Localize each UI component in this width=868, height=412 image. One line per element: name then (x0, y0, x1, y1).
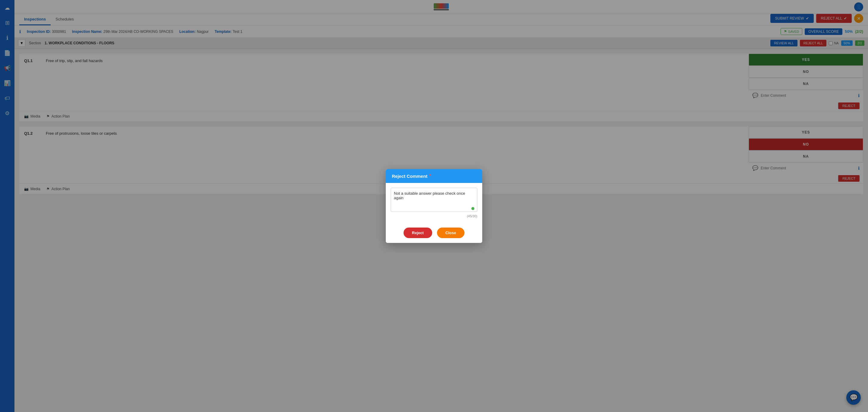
modal-body: Not a suitable answer please check once … (386, 183, 482, 223)
modal-required-marker: * (429, 173, 431, 179)
modal-counter: (45/30) (391, 214, 477, 218)
modal-dot-indicator (471, 207, 474, 210)
modal-close-button[interactable]: Close (437, 227, 464, 238)
modal-title: Reject Comment (392, 173, 427, 179)
reject-comment-textarea[interactable]: Not a suitable answer please check once … (391, 188, 477, 212)
modal-header: Reject Comment * (386, 169, 482, 183)
modal-textarea-wrapper: Not a suitable answer please check once … (391, 188, 477, 213)
modal-reject-button[interactable]: Reject (404, 227, 432, 238)
modal-overlay[interactable]: Reject Comment * Not a suitable answer p… (0, 0, 868, 412)
modal-footer: Reject Close (386, 223, 482, 243)
reject-comment-modal: Reject Comment * Not a suitable answer p… (386, 169, 482, 243)
